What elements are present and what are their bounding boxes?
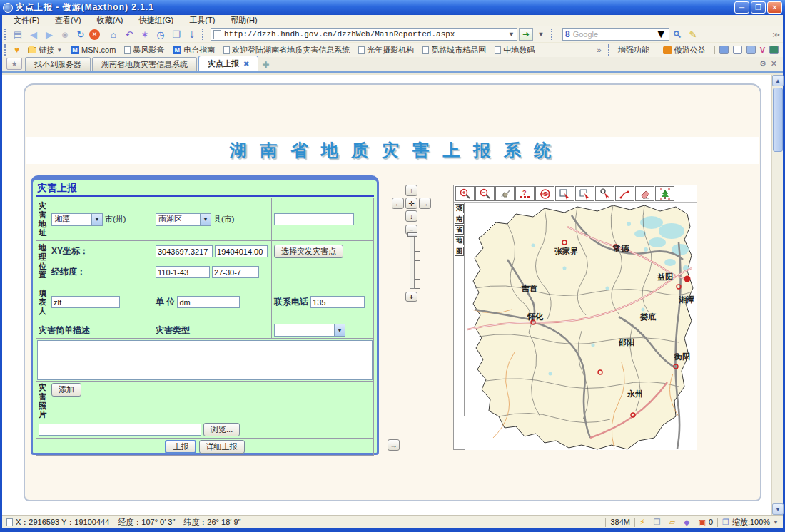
zoom-control[interactable]: ❐缩放:100%▼ bbox=[718, 517, 783, 528]
stop-icon[interactable]: ✕ bbox=[89, 29, 100, 40]
capture-icon[interactable]: ❐ bbox=[169, 28, 183, 41]
window-icon[interactable] bbox=[733, 46, 742, 54]
searchbar-grip[interactable] bbox=[551, 29, 554, 40]
feed-icon[interactable]: V bbox=[760, 46, 765, 54]
toolbar-grip[interactable] bbox=[4, 29, 8, 40]
zoom-slider-thumb[interactable] bbox=[407, 232, 417, 237]
rail-char[interactable]: 地 bbox=[455, 236, 464, 245]
bookmark-item[interactable]: 欢迎登陆湖南省地质灾害信息系统 bbox=[219, 45, 354, 56]
eraser-icon[interactable] bbox=[635, 186, 654, 201]
close-button[interactable]: ✕ bbox=[767, 1, 782, 14]
tab-server-not-found[interactable]: 找不到服务器 bbox=[25, 57, 91, 71]
new-page-icon[interactable]: ▤ bbox=[11, 28, 25, 41]
plugins-button[interactable]: 增强功能 bbox=[618, 45, 649, 56]
pan-center-button[interactable]: ✛ bbox=[405, 198, 417, 209]
tab-settings-icon[interactable]: ⚙ bbox=[759, 59, 766, 68]
pan-hand-icon[interactable] bbox=[495, 186, 515, 201]
scroll-up-icon[interactable]: ▲ bbox=[772, 75, 784, 86]
x-coordinate-input[interactable]: 3043697.3217 bbox=[156, 245, 213, 257]
toolbar-overflow-icon[interactable]: ≫ bbox=[773, 31, 780, 39]
circle-select-icon[interactable] bbox=[595, 186, 614, 201]
submit-report-button[interactable]: 上报 bbox=[165, 440, 196, 454]
new-tab-icon[interactable]: ✚ bbox=[260, 59, 271, 71]
notes-icon[interactable] bbox=[746, 46, 756, 54]
boost-icon[interactable]: ⚡ bbox=[635, 518, 649, 527]
add-photo-button[interactable]: 添加 bbox=[51, 383, 81, 397]
search-input[interactable]: Google bbox=[573, 30, 655, 39]
magic-wand-icon[interactable]: ✶ bbox=[138, 28, 152, 41]
url-dropdown-icon[interactable]: ▼ bbox=[508, 31, 515, 38]
rect-select-icon[interactable] bbox=[575, 186, 594, 201]
pan-left-button[interactable]: ← bbox=[392, 198, 404, 209]
minimize-button[interactable]: ─ bbox=[734, 1, 749, 14]
rail-char[interactable]: 图 bbox=[455, 247, 464, 256]
charity-button[interactable]: 傲游公益 bbox=[659, 45, 710, 56]
go-button[interactable]: ➜ bbox=[519, 28, 533, 41]
bookmarks-overflow-icon[interactable]: » bbox=[597, 46, 602, 54]
rail-char[interactable]: 南 bbox=[455, 215, 464, 224]
zoom-out-icon[interactable] bbox=[475, 186, 495, 201]
popup-blocker[interactable]: ▣0 bbox=[694, 518, 717, 527]
rect-zoom-select-icon[interactable] bbox=[555, 186, 574, 201]
history-clock-icon[interactable]: ◷ bbox=[153, 28, 168, 41]
y-coordinate-input[interactable]: 19404014.00 bbox=[215, 245, 268, 257]
scroll-down-icon[interactable]: ▼ bbox=[772, 503, 784, 515]
menu-groups[interactable]: 快捷组(G) bbox=[131, 14, 181, 26]
addressbar-grip[interactable] bbox=[202, 29, 206, 40]
county-select[interactable]: 雨湖区▼ bbox=[156, 213, 211, 226]
proxy-icon[interactable]: ❒ bbox=[649, 518, 665, 527]
title-bar[interactable]: 灾点上报 - 傲游(Maxthon) 2.1.1 ─ ❐ ✕ bbox=[0, 0, 785, 15]
pan-up-button[interactable]: ↑ bbox=[405, 185, 417, 196]
tree-layer-icon[interactable] bbox=[655, 186, 674, 201]
undo-icon[interactable]: ↶ bbox=[122, 28, 136, 41]
description-textarea[interactable] bbox=[37, 340, 373, 380]
disaster-type-select[interactable]: ▼ bbox=[274, 324, 345, 337]
links-folder[interactable]: 链接▼ bbox=[24, 45, 66, 56]
bookmark-msn[interactable]: MMSN.com bbox=[66, 46, 120, 54]
history-dropdown-icon[interactable]: ◉ bbox=[58, 28, 72, 41]
menu-help[interactable]: 帮助(H) bbox=[223, 14, 264, 26]
address-bar[interactable]: http://dzzh.hndh.gov.cn/dzzhWeb/MainRepo… bbox=[211, 28, 517, 41]
detailed-report-button[interactable]: 详细上报 bbox=[199, 440, 245, 454]
eraser-status-icon[interactable]: ◆ bbox=[679, 518, 694, 527]
bookmark-item[interactable]: 觅路城市精品网 bbox=[418, 45, 490, 56]
scrollbar-thumb[interactable] bbox=[773, 88, 783, 152]
address-input[interactable] bbox=[274, 213, 354, 225]
home-icon[interactable]: ⌂ bbox=[106, 28, 121, 41]
tab-disaster-report[interactable]: 灾点上报✖ bbox=[198, 56, 258, 71]
bookmarks-grip[interactable] bbox=[4, 44, 8, 56]
filler-input[interactable]: zlf bbox=[51, 296, 120, 308]
phone-input[interactable]: 135 bbox=[310, 296, 365, 308]
tab-disaster-info-system[interactable]: 湖南省地质灾害信息系统 bbox=[92, 57, 197, 71]
search-dropdown-icon[interactable]: ▼ bbox=[655, 28, 667, 41]
hunan-map[interactable]: 张家界 常德 益阳 吉首 湘潭 怀化 娄底 邵阳 衡阳 永州 bbox=[465, 203, 697, 450]
unit-input[interactable]: dm bbox=[177, 296, 240, 308]
menu-tools[interactable]: 工具(T) bbox=[182, 14, 222, 26]
zoom-in-icon[interactable] bbox=[455, 186, 475, 201]
plugin-grip[interactable] bbox=[608, 44, 612, 56]
bookmark-item[interactable]: M电台指南 bbox=[168, 45, 219, 56]
menu-favorites[interactable]: 收藏(A) bbox=[90, 14, 131, 26]
zoom-slider[interactable] bbox=[410, 232, 415, 289]
search-go-icon[interactable]: 🔍︎ bbox=[670, 28, 684, 41]
browse-button[interactable]: 浏览... bbox=[203, 423, 240, 436]
restore-button[interactable]: ❐ bbox=[751, 1, 766, 14]
measure-distance-icon[interactable]: ? bbox=[515, 186, 535, 201]
tab-list-star-icon[interactable]: ★ bbox=[6, 58, 22, 70]
forward-icon[interactable]: ▶ bbox=[42, 28, 56, 41]
download-icon[interactable]: ⇓ bbox=[185, 28, 199, 41]
messenger-icon[interactable] bbox=[719, 46, 729, 54]
search-box[interactable]: 8 Google ▼ bbox=[562, 28, 669, 41]
file-path-input[interactable] bbox=[39, 424, 201, 436]
url-text[interactable]: http://dzzh.hndh.gov.cn/dzzhWeb/MainRepo… bbox=[224, 30, 508, 39]
bookmark-item[interactable]: 光年摄影机构 bbox=[354, 45, 418, 56]
favorites-heart[interactable]: ♥ bbox=[10, 45, 24, 55]
tab-close-icon[interactable]: ✖ bbox=[243, 60, 249, 68]
pick-disaster-point-button[interactable]: 选择突发灾害点 bbox=[274, 245, 343, 258]
back-icon[interactable]: ◀ bbox=[26, 28, 41, 41]
vertical-scrollbar[interactable]: ▲ ▼ bbox=[771, 75, 783, 515]
longitude-input[interactable]: 110-1-43 bbox=[156, 266, 210, 278]
menu-view[interactable]: 查看(V) bbox=[48, 14, 88, 26]
bookmark-item[interactable]: 中地数码 bbox=[490, 45, 539, 56]
latitude-input[interactable]: 27-30-7 bbox=[212, 266, 259, 278]
